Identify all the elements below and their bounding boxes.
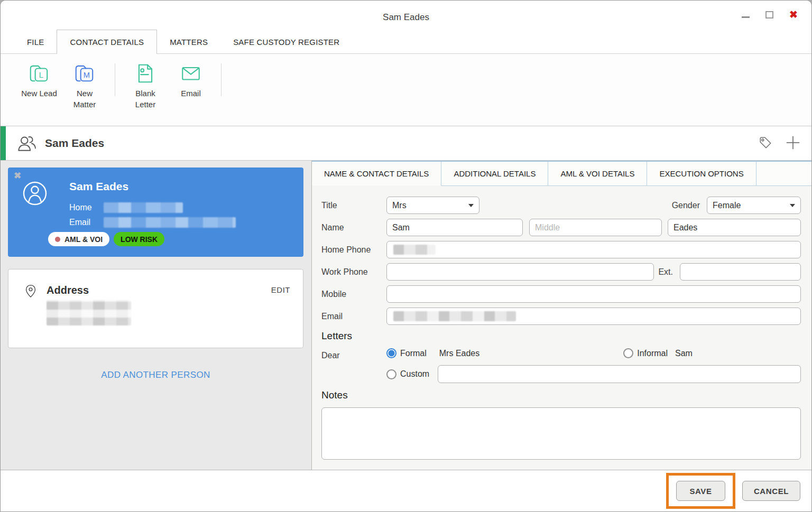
- last-name-field[interactable]: [668, 219, 801, 236]
- aml-voi-badge-label: AML & VOI: [64, 235, 103, 244]
- dear-label: Dear: [321, 348, 386, 383]
- mobile-field[interactable]: [386, 285, 801, 303]
- save-highlight-annotation: SAVE: [666, 473, 735, 509]
- mobile-label: Mobile: [321, 290, 386, 299]
- tag-icon[interactable]: [758, 135, 773, 151]
- tab-aml-voi-details[interactable]: AML & VOI DETAILS: [548, 162, 647, 185]
- informal-salutation-value: Sam: [675, 349, 693, 358]
- ribbon-toolbar: L New Lead M New Matter: [1, 54, 811, 126]
- first-name-field[interactable]: [386, 219, 523, 236]
- window-title: Sam Eades: [1, 12, 811, 23]
- person-avatar-icon: [22, 181, 48, 206]
- redacted-home-phone-value: [393, 245, 436, 255]
- email-envelope-icon: [180, 62, 202, 85]
- title-select[interactable]: Mrs: [386, 197, 479, 214]
- person-card[interactable]: ✖ Sam Eades Home Email: [8, 167, 303, 257]
- app-window: Sam Eades ✖ FILE CONTACT DETAILS MATTERS…: [0, 0, 812, 512]
- notes-heading: Notes: [321, 389, 801, 401]
- svg-text:L: L: [39, 71, 43, 79]
- address-card-title: Address: [47, 284, 89, 296]
- name-label: Name: [321, 223, 386, 232]
- work-phone-label: Work Phone: [321, 267, 386, 277]
- contact-header: Sam Eades: [1, 126, 811, 160]
- custom-radio[interactable]: [386, 369, 396, 379]
- blank-letter-document-icon: [134, 62, 156, 85]
- blank-letter-button[interactable]: Blank Letter: [123, 62, 168, 110]
- svg-text:M: M: [84, 71, 90, 79]
- tab-name-contact-details[interactable]: NAME & CONTACT DETAILS: [312, 162, 441, 186]
- maximize-icon[interactable]: [765, 11, 773, 18]
- new-matter-folder-icon: M: [73, 62, 96, 85]
- blank-letter-label: Blank Letter: [127, 88, 164, 110]
- menu-tab-contact-details[interactable]: CONTACT DETAILS: [57, 30, 157, 54]
- redacted-email: [104, 217, 236, 228]
- footer-bar: SAVE CANCEL: [1, 470, 811, 511]
- menu-tab-bar: FILE CONTACT DETAILS MATTERS SAFE CUSTOD…: [1, 31, 811, 54]
- email-label: Email: [172, 88, 209, 99]
- menu-tab-safe-custody-register[interactable]: SAFE CUSTODY REGISTER: [220, 31, 352, 53]
- plus-icon[interactable]: [785, 135, 801, 151]
- ribbon-separator: [221, 63, 222, 96]
- email-field[interactable]: [386, 308, 801, 325]
- home-phone-field[interactable]: [386, 241, 801, 258]
- contact-name-heading: Sam Eades: [45, 137, 104, 150]
- informal-radio-label: Informal: [637, 349, 668, 358]
- aml-status-dot-icon: [55, 237, 60, 242]
- edit-address-link[interactable]: EDIT: [271, 285, 290, 294]
- gender-label: Gender: [672, 201, 700, 210]
- close-icon[interactable]: ✖: [789, 11, 798, 18]
- email-card-label: Email: [69, 218, 104, 227]
- add-another-person-link[interactable]: ADD ANOTHER PERSON: [8, 370, 303, 380]
- gender-select[interactable]: Female: [707, 197, 801, 214]
- work-phone-field[interactable]: [386, 263, 654, 281]
- new-lead-button[interactable]: L New Lead: [16, 62, 62, 99]
- home-phone-card-label: Home: [69, 203, 104, 212]
- menu-tab-file[interactable]: FILE: [14, 31, 57, 53]
- title-select-value: Mrs: [392, 201, 407, 210]
- aml-voi-badge[interactable]: AML & VOI: [48, 232, 109, 246]
- ext-label: Ext.: [658, 267, 673, 277]
- new-lead-label: New Lead: [21, 88, 58, 99]
- informal-radio[interactable]: [623, 348, 633, 358]
- title-bar: Sam Eades ✖: [1, 1, 811, 31]
- cancel-button[interactable]: CANCEL: [742, 481, 800, 501]
- notes-field[interactable]: [321, 407, 801, 460]
- low-risk-badge: LOW RISK: [114, 232, 164, 246]
- middle-name-field[interactable]: [529, 219, 662, 236]
- name-contact-details-form: Title Mrs Gender Female Name: [312, 186, 811, 470]
- formal-radio[interactable]: [386, 348, 396, 358]
- title-label: Title: [321, 201, 386, 210]
- email-field-label: Email: [321, 312, 386, 321]
- custom-radio-label: Custom: [400, 369, 429, 379]
- home-phone-label: Home Phone: [321, 245, 386, 255]
- remove-person-icon[interactable]: ✖: [14, 170, 21, 181]
- letters-heading: Letters: [321, 330, 801, 342]
- redacted-home-phone: [104, 202, 183, 213]
- window-controls: ✖: [742, 11, 798, 18]
- new-lead-folder-icon: L: [28, 62, 50, 85]
- minimize-icon[interactable]: [742, 16, 750, 18]
- custom-salutation-field[interactable]: [438, 365, 801, 383]
- chevron-down-icon: [468, 204, 474, 207]
- detail-tab-bar: NAME & CONTACT DETAILS ADDITIONAL DETAIL…: [312, 161, 811, 186]
- ribbon-separator: [115, 63, 115, 96]
- location-pin-icon: [24, 282, 38, 300]
- save-button[interactable]: SAVE: [676, 481, 725, 501]
- gender-select-value: Female: [713, 201, 741, 210]
- detail-panel: NAME & CONTACT DETAILS ADDITIONAL DETAIL…: [312, 161, 811, 470]
- redacted-email-value: [393, 311, 516, 321]
- people-panel: ✖ Sam Eades Home Email: [1, 161, 312, 470]
- tab-additional-details[interactable]: ADDITIONAL DETAILS: [441, 162, 548, 185]
- formal-salutation-value: Mrs Eades: [439, 349, 479, 358]
- email-button[interactable]: Email: [168, 62, 214, 99]
- low-risk-badge-label: LOW RISK: [121, 235, 158, 244]
- chevron-down-icon: [790, 204, 795, 207]
- person-card-name: Sam Eades: [69, 180, 295, 193]
- new-matter-label: New Matter: [66, 88, 103, 110]
- menu-tab-matters[interactable]: MATTERS: [157, 31, 220, 53]
- people-icon: [16, 134, 38, 152]
- ext-field[interactable]: [680, 263, 801, 281]
- address-card: Address EDIT: [8, 269, 303, 348]
- tab-execution-options[interactable]: EXECUTION OPTIONS: [647, 162, 756, 185]
- new-matter-button[interactable]: M New Matter: [62, 62, 107, 110]
